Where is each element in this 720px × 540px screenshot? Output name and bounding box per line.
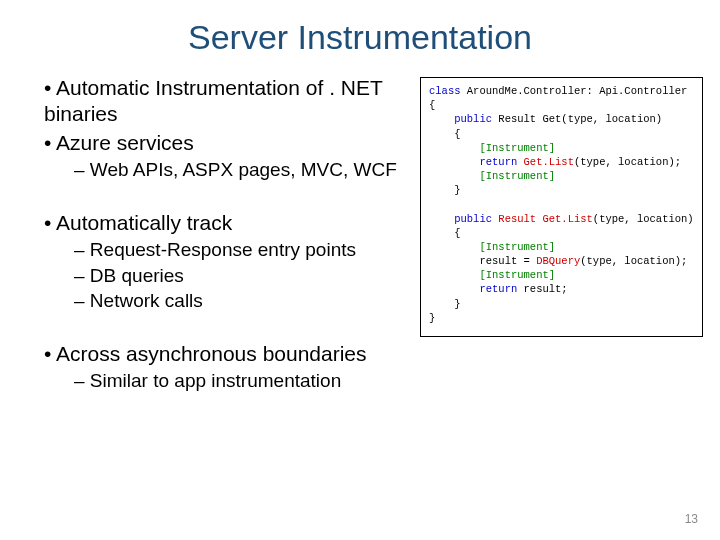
code-token: return [479,283,523,295]
code-token: { [429,99,435,111]
code-token: (type, location); [580,255,687,267]
code-token: AroundMe.Controller [467,85,587,97]
sub-bullet: Web APIs, ASPX pages, MVC, WCF [74,158,420,182]
code-token: [Instrument] [479,241,555,253]
page-number: 13 [685,512,698,526]
sub-bullet: Similar to app instrumentation [74,369,420,393]
code-token: } [454,184,460,196]
sub-bullet: Network calls [74,289,420,313]
code-token: { [454,128,460,140]
code-token: Result Get.List [498,213,593,225]
code-token: result = [479,255,536,267]
bullet-column: Automatic Instrumentation of . NET binar… [40,75,420,395]
code-token: } [454,298,460,310]
code-token: Result Get(type, location) [498,113,662,125]
bullet: Azure services [44,130,420,156]
code-token: public [454,213,498,225]
bullet: Automatic Instrumentation of . NET binar… [44,75,420,128]
code-token: : Api.Controller [587,85,688,97]
code-token: [Instrument] [479,170,555,182]
slide-title: Server Instrumentation [40,18,680,57]
code-token: (type, location); [574,156,681,168]
code-token: result; [524,283,568,295]
slide-body: Automatic Instrumentation of . NET binar… [40,75,680,395]
sub-bullet: DB queries [74,264,420,288]
code-token: class [429,85,467,97]
code-token: [Instrument] [479,142,555,154]
bullet: Automatically track [44,210,420,236]
code-token: public [454,113,498,125]
code-snippet: class AroundMe.Controller: Api.Controlle… [420,77,703,337]
code-token: } [429,312,435,324]
code-token: Get.List [524,156,574,168]
code-token: DBQuery [536,255,580,267]
bullet: Across asynchronous boundaries [44,341,420,367]
code-token: (type, location) [593,213,694,225]
code-token: [Instrument] [479,269,555,281]
sub-bullet: Request-Response entry points [74,238,420,262]
code-token: return [479,156,523,168]
code-token: { [454,227,460,239]
